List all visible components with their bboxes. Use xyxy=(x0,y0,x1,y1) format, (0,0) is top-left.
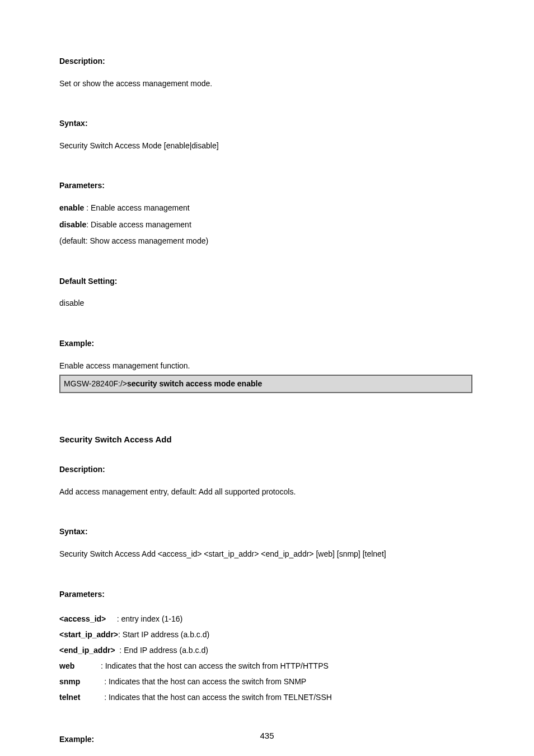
page-content: Description: Set or show the access mana… xyxy=(0,0,534,756)
param-disable: disable: Disable access management xyxy=(59,220,472,231)
desc-text-2: Add access management entry, default: Ad… xyxy=(59,487,472,498)
default-value: disable xyxy=(59,298,472,309)
p6-key: telnet xyxy=(59,693,80,702)
p1-text: : entry index (1-16) xyxy=(106,614,182,623)
example-label-1: Example: xyxy=(59,338,472,349)
params-label-1: Parameters: xyxy=(59,180,472,192)
terminal-prompt: MGSW-28240F:/> xyxy=(64,379,127,388)
param-web: web : Indicates that the host can access… xyxy=(59,658,472,674)
param-start-ip: <start_ip_addr>: Start IP address (a.b.c… xyxy=(59,627,472,642)
param-end-ip: <end_ip_addr> : End IP address (a.b.c.d) xyxy=(59,642,472,658)
desc-text-1: Set or show the access management mode. xyxy=(59,78,472,90)
example-text-1: Enable access management function. xyxy=(59,361,472,372)
param-disable-key: disable xyxy=(59,220,86,229)
p3-key: <end_ip_addr> xyxy=(59,646,115,655)
default-label: Default Setting: xyxy=(59,276,472,287)
p6-text: : Indicates that the host can access the… xyxy=(80,693,331,702)
section-heading: Security Switch Access Add xyxy=(59,433,472,445)
p4-key: web xyxy=(59,661,74,670)
p2-text: : Start IP address (a.b.c.d) xyxy=(118,630,209,639)
syntax-label-1: Syntax: xyxy=(59,118,472,129)
p2-key: <start_ip_addr> xyxy=(59,630,118,639)
p1-key: <access_id> xyxy=(59,614,106,623)
param-access-id: <access_id> : entry index (1-16) xyxy=(59,611,472,627)
desc-label-2: Description: xyxy=(59,464,472,475)
param-enable: enable : Enable access management xyxy=(59,203,472,214)
syntax-text-1: Security Switch Access Mode [enable|disa… xyxy=(59,141,472,152)
param-snmp: snmp : Indicates that the host can acces… xyxy=(59,674,472,689)
params-label-2: Parameters: xyxy=(59,589,472,600)
param-disable-text: : Disable access management xyxy=(86,220,191,229)
p5-text: : Indicates that the host can access the… xyxy=(80,677,306,686)
p5-key: snmp xyxy=(59,677,80,686)
param-telnet: telnet : Indicates that the host can acc… xyxy=(59,689,472,705)
syntax-text-2: Security Switch Access Add <access_id> <… xyxy=(59,549,472,560)
p3-text: : End IP address (a.b.c.d) xyxy=(115,646,208,655)
desc-label-1: Description: xyxy=(59,56,472,67)
terminal-box: MGSW-28240F:/>security switch access mod… xyxy=(59,375,472,393)
param-default: (default: Show access management mode) xyxy=(59,236,472,247)
param-enable-key: enable xyxy=(59,203,84,212)
syntax-label-2: Syntax: xyxy=(59,526,472,538)
p4-text: : Indicates that the host can access the… xyxy=(74,661,329,670)
terminal-cmd: security switch access mode enable xyxy=(127,379,262,388)
param-enable-text: : Enable access management xyxy=(84,203,189,212)
page-number: 435 xyxy=(0,731,534,740)
